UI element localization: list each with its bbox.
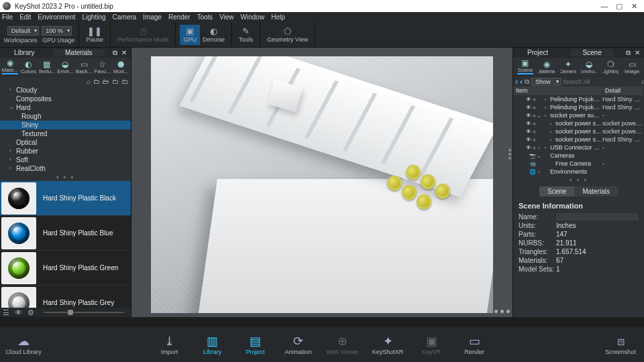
bottom-keyvr-button[interactable]: ▣KeyVR [417,334,446,355]
library-cat-back[interactable]: ▭Back... [76,60,92,74]
tree-node-optical[interactable]: Optical [0,138,131,147]
library-cat-envir[interactable]: ◒Envir... [57,60,73,74]
tree-node-hard[interactable]: ⌄Hard [0,103,131,112]
bottom-render-button[interactable]: ▭Render [460,334,489,355]
materials-tab[interactable]: Materials [53,49,105,56]
bottom-library-button[interactable]: ▥Library [198,334,227,355]
scene-tree-row[interactable]: 👁 ⟐▫socket power s...socket power s... [513,127,644,135]
tools-button[interactable]: ✎Tools [236,27,256,43]
subtab-materials[interactable]: Materials [574,186,618,196]
show-filter-combo[interactable]: Show [531,78,561,86]
screenshot-button[interactable]: ⧇Screenshot [605,334,636,355]
project-cat-lighting[interactable]: ❍Lighting [602,60,619,74]
undock-panel-button[interactable]: ⧉ [111,49,119,57]
folder-open-icon[interactable]: 🗁 [103,78,109,85]
denoise-button[interactable]: ◐Denoise [200,27,227,43]
name-field[interactable] [556,213,639,221]
menu-help[interactable]: Help [271,13,285,21]
scene-tree-row[interactable]: 👁 ⟐▫socket power s...Hard Shiny Plas... [513,135,644,143]
project-tab[interactable]: Project [515,49,560,56]
folder-new-icon[interactable]: 🗀 [93,78,100,85]
menu-edit[interactable]: Edit [19,13,31,21]
project-cat-scene[interactable]: ▣Scene [517,58,533,74]
folder-refresh-icon[interactable]: 🗀 [112,78,119,85]
performance-mode-button[interactable]: ◷Performance Mode [115,27,172,43]
menu-image[interactable]: Image [143,13,162,21]
close-panel-button[interactable]: ✕ [119,49,129,56]
library-cat-colors[interactable]: ◐Colors [20,60,36,74]
library-cat-textu[interactable]: ▦Textu... [39,60,55,74]
render-viewport[interactable] [131,48,513,317]
project-cat-material[interactable]: ◉Material [539,60,555,74]
tree-node-soft[interactable]: ›Soft [0,156,131,164]
menu-camera[interactable]: Camera [113,13,137,21]
menu-render[interactable]: Render [168,13,191,21]
col-item[interactable]: Item [513,86,602,95]
close-project-button[interactable]: ✕ [633,49,642,56]
material-item[interactable]: Hard Shiny Plastic Green [0,251,131,286]
scene-tree-row[interactable]: 👁 ⟐⌄▫socket power supp...- [513,111,644,119]
col-detail[interactable]: Detail [602,86,644,95]
menu-lighting[interactable]: Lighting [83,13,106,21]
panel-drag-handle[interactable]: • • • [513,176,644,184]
tree-node-shiny[interactable]: Shiny [0,121,131,129]
search-icon[interactable]: ⌕ [641,78,644,85]
menu-window[interactable]: Window [241,13,265,21]
list-view-icon[interactable]: ☰ [3,308,9,317]
library-cat-mod[interactable]: ⬣Mod... [113,60,129,74]
bottom-import-button[interactable]: ⤓Import [155,334,184,355]
menu-view[interactable]: View [219,13,234,21]
menu-environment[interactable]: Environment [38,13,75,21]
bottom-keyshotxr-button[interactable]: ✦KeyShotXR [372,334,404,355]
search-icon[interactable]: ⌕ [87,78,91,85]
scene-tab[interactable]: Scene [570,49,613,56]
gear-icon[interactable]: ⚙ [28,308,34,317]
thumbnail-size-slider[interactable] [44,312,124,313]
menu-file[interactable]: File [2,13,13,21]
nav-back2-button[interactable]: ‹ [520,77,523,86]
subtab-scene[interactable]: Scene [539,186,574,196]
project-cat-camera[interactable]: ✦Camera [560,60,576,74]
workspace-preset-combo[interactable]: Default [7,26,40,36]
material-item[interactable]: Hard Shiny Plastic Grey [0,286,131,308]
scene-tree-row[interactable]: 👁 ⟐▫Pelindung Pojokka...Hard Shiny Plas.… [513,95,644,103]
tree-node-realcloth[interactable]: ›RealCloth [0,164,131,173]
project-cat-enviro[interactable]: ◒Enviro... [581,60,597,74]
pause-button[interactable]: ❚❚Pause [83,27,106,43]
material-item[interactable]: Hard Shiny Plastic Blue [0,216,131,251]
tree-node-rubber[interactable]: ›Rubber [0,147,131,156]
material-item[interactable]: Hard Shiny Plastic Black [0,181,131,216]
maximize-button[interactable]: ▢ [612,2,627,11]
tree-node-rough[interactable]: Rough [0,112,131,121]
folder-import-icon[interactable]: 🗀 [121,78,128,85]
project-cat-image[interactable]: ▭Image [624,60,640,74]
library-cat-mate[interactable]: ◉Mate... [2,58,18,74]
geometry-view-button[interactable]: ⬠Geometry View [264,27,311,43]
bottom-animation-button[interactable]: ⟳Animation [284,334,313,355]
scene-tree-row[interactable]: 👁 ⟐›▫USB Connector Ty...- [513,143,644,152]
gpu-button[interactable]: ▣GPU [180,25,200,45]
panel-drag-handle[interactable]: • • • [0,173,131,181]
bottom-project-button[interactable]: ▤Project [241,334,270,355]
cloud-library-button[interactable]: ☁Cloud Library [5,334,42,355]
gpu-usage-label[interactable]: GPU Usage [42,37,74,44]
library-cat-favo[interactable]: ☆Favo... [95,60,111,74]
tree-node-cloudy[interactable]: ›Cloudy [0,86,131,95]
scene-tree-row[interactable]: 📷⌄Cameras [513,152,644,160]
scene-tree-row[interactable]: 👁 ⟐▫socket power s...socket power s... [513,119,644,127]
workspaces-label[interactable]: Workspaces [4,37,37,44]
undock-project-button[interactable]: ⧉ [624,49,633,57]
scene-tree-row[interactable]: 🌐›Environments [513,168,644,176]
scene-search-input[interactable] [563,78,639,85]
scene-tree-row[interactable]: 👁 ⟐▫Pelindung Pojokka...Hard Shiny Plas.… [513,103,644,111]
zoom-combo[interactable]: 100 % [42,26,72,36]
minimize-button[interactable]: — [597,2,612,10]
bottom-web-viewer-button[interactable]: ⊕Web Viewer [327,334,359,355]
nav-back-button[interactable]: ‹ [515,77,518,86]
eye-icon[interactable]: 👁 [15,308,22,316]
scene-tree-row[interactable]: 📹Free Camera- [513,160,644,168]
library-tab[interactable]: Library [2,49,47,56]
collapse-all-icon[interactable]: ⧉ [525,78,529,86]
tree-node-composites[interactable]: Composites [0,95,131,103]
tree-node-textured[interactable]: Textured [0,129,131,138]
